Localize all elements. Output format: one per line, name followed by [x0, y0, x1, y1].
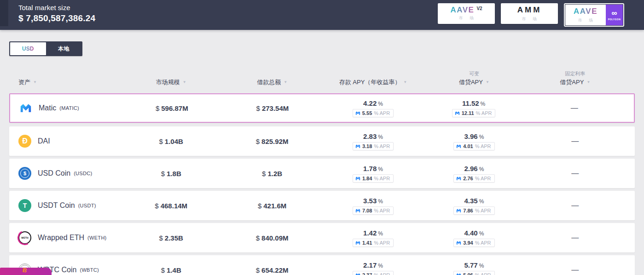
matic-mini-icon: [355, 208, 360, 213]
table-row[interactable]: B WBTC Coin (WBTC) $ 1.4B $ 654.22M 2.17…: [9, 255, 635, 275]
currency-sign: $: [256, 234, 260, 242]
apr-suffix: % APR: [374, 110, 390, 116]
header-deposit-apy-label: 存款 APY（年收益率）: [339, 79, 401, 86]
percent-sign: %: [479, 230, 484, 237]
market-size-cell: $ 2.35B: [121, 234, 221, 242]
market-size-value: 596.87M: [161, 104, 188, 112]
currency-option-local[interactable]: 本地: [46, 42, 82, 55]
deposit-apy-value: 2.83: [363, 132, 377, 140]
matic-mini-icon: [456, 241, 461, 245]
stable-borrow-apy-cell: —: [525, 169, 626, 178]
deposit-apy-value: 1.42: [363, 229, 377, 237]
matic-mini-icon: [355, 176, 360, 181]
header-left-strip: [0, 0, 8, 26]
stable-borrow-apy-cell: —: [525, 266, 626, 274]
asset-symbol: (WBTC): [80, 267, 99, 273]
deposit-reward-apr-value: 3.18: [362, 143, 372, 149]
matic-mini-icon: [456, 144, 461, 149]
variable-reward-apr-badge: 3.94 % APR: [453, 239, 494, 247]
header-variable-borrow-label: 借贷APY: [459, 79, 483, 86]
aave-polygon-left[interactable]: AAVE 市 场: [565, 5, 606, 25]
asset-coin-icon: WETH: [18, 231, 31, 244]
deposit-apy-cell: 1.78 % 1.84 % APR: [323, 165, 424, 183]
header-stable-borrow-apy[interactable]: 固定利率 借贷APY ▼: [525, 70, 626, 90]
market-size-cell: $ 596.87M: [122, 104, 222, 112]
market-size-value: 1.04B: [165, 138, 183, 145]
header-variable-borrow-apy[interactable]: 可变 借贷APY ▼: [424, 70, 524, 90]
percent-sign: %: [378, 230, 383, 237]
asset-name: Matic: [39, 104, 56, 112]
sort-arrow-icon: ▼: [33, 80, 37, 85]
currency-sign: $: [258, 202, 261, 210]
variable-reward-apr-value: 4.01: [463, 143, 473, 149]
market-size-cell: $ 1.4B: [121, 266, 221, 274]
asset-coin-icon: Ð: [18, 135, 31, 148]
table-row[interactable]: Ð DAI $ 1.04B $ 825.92M 2.83 % 3.18 % AP…: [9, 126, 635, 156]
table-row[interactable]: Matic (MATIC) $ 596.87M $ 273.54M 4.22 %…: [9, 93, 635, 123]
total-borrowed-value: 421.6M: [263, 202, 286, 210]
header-total-borrowed[interactable]: 借款总额 ▼: [221, 79, 322, 90]
apr-suffix: % APR: [475, 143, 491, 149]
sort-arrow-icon: ▼: [586, 80, 590, 85]
variable-reward-apr-value: 12.11: [462, 110, 474, 116]
currency-sign: $: [161, 266, 165, 274]
market-button-aave-v2[interactable]: AAVE V2 市 场: [438, 3, 495, 24]
total-borrowed-value: 840.09M: [261, 234, 288, 242]
total-market-size-block: Total market size $ 7,850,587,386.24: [18, 4, 95, 23]
header-asset[interactable]: 资产 ▼: [9, 79, 121, 90]
total-borrowed-cell: $ 273.54M: [222, 104, 323, 112]
market-size-cell: $ 1.8B: [121, 170, 221, 178]
percent-sign: %: [378, 198, 383, 205]
asset-coin-icon: T: [18, 199, 31, 212]
currency-option-usd-label: USD: [22, 46, 34, 52]
deposit-apy-value: 1.78: [363, 165, 377, 172]
market-size-cell: $ 1.04B: [121, 138, 221, 145]
variable-reward-apr-badge: 12.11 % APR: [452, 109, 496, 117]
coin-glyph: Ð: [22, 138, 28, 145]
apr-suffix: % APR: [475, 176, 491, 181]
deposit-apy-cell: 2.17 % 2.37 % APR: [323, 261, 424, 275]
header-market-size[interactable]: 市场规模 ▼: [121, 79, 221, 90]
market-subtitle: 市 场: [519, 16, 540, 22]
variable-reward-apr-badge: 5.06 % APR: [453, 271, 494, 275]
percent-sign: %: [479, 198, 484, 205]
deposit-reward-apr-badge: 5.55 % APR: [353, 109, 394, 117]
asset-name: USD Coin: [38, 169, 70, 178]
market-size-value: 1.4B: [167, 266, 181, 274]
currency-option-local-label: 本地: [58, 45, 69, 53]
aave-v2-logo: AAVE V2: [450, 6, 482, 14]
header-deposit-apy[interactable]: 存款 APY（年收益率） ▼: [323, 79, 424, 90]
percent-sign: %: [479, 263, 484, 269]
polygon-badge: ∞ POLYGON: [606, 5, 623, 25]
currency-option-usd[interactable]: USD: [10, 42, 46, 55]
market-switcher: AAVE V2 市 场 AMM 市 场 AAVE 市 场 ∞ POLYGON: [438, 3, 624, 27]
asset-table-body: Matic (MATIC) $ 596.87M $ 273.54M 4.22 %…: [9, 93, 635, 275]
percent-sign: %: [479, 166, 484, 172]
variable-apy-value: 5.77: [464, 261, 477, 269]
coin-glyph: T: [23, 202, 27, 209]
aave-polygon-composite: AAVE 市 场 ∞ POLYGON: [565, 5, 623, 25]
table-row[interactable]: T USDT Coin (USDT) $ 468.14M $ 421.6M 3.…: [9, 191, 635, 220]
currency-sign: $: [161, 170, 165, 178]
table-row[interactable]: $ USD Coin (USDC) $ 1.8B $ 1.2B 1.78 % 1…: [9, 159, 635, 188]
stable-apy-dash: —: [571, 169, 579, 178]
variable-reward-apr-badge: 4.01 % APR: [453, 142, 494, 150]
currency-sign: $: [159, 138, 163, 145]
apr-suffix: % APR: [475, 272, 491, 275]
market-button-aave-polygon-selected[interactable]: AAVE 市 场 ∞ POLYGON: [564, 3, 624, 27]
coin-glyph: $: [23, 171, 26, 176]
stable-apy-dash: —: [571, 104, 578, 112]
stable-borrow-apy-cell: —: [525, 201, 626, 210]
currency-sign: $: [262, 170, 266, 178]
market-size-value: 1.8B: [167, 170, 181, 178]
variable-reward-apr-value: 2.76: [463, 176, 473, 181]
market-button-amm[interactable]: AMM 市 场: [501, 3, 558, 24]
variable-reward-apr-value: 5.06: [463, 272, 473, 275]
asset-cell: T USDT Coin (USDT): [9, 199, 121, 212]
table-row[interactable]: WETH Wrapped ETH (WETH) $ 2.35B $ 840.09…: [9, 223, 635, 252]
stable-borrow-apy-cell: —: [525, 234, 626, 242]
sort-arrow-icon: ▼: [284, 80, 287, 85]
variable-reward-apr-value: 3.94: [463, 240, 473, 246]
variable-borrow-apy-cell: 4.40 % 3.94 % APR: [424, 229, 524, 247]
stable-borrow-apy-cell: —: [525, 137, 626, 145]
